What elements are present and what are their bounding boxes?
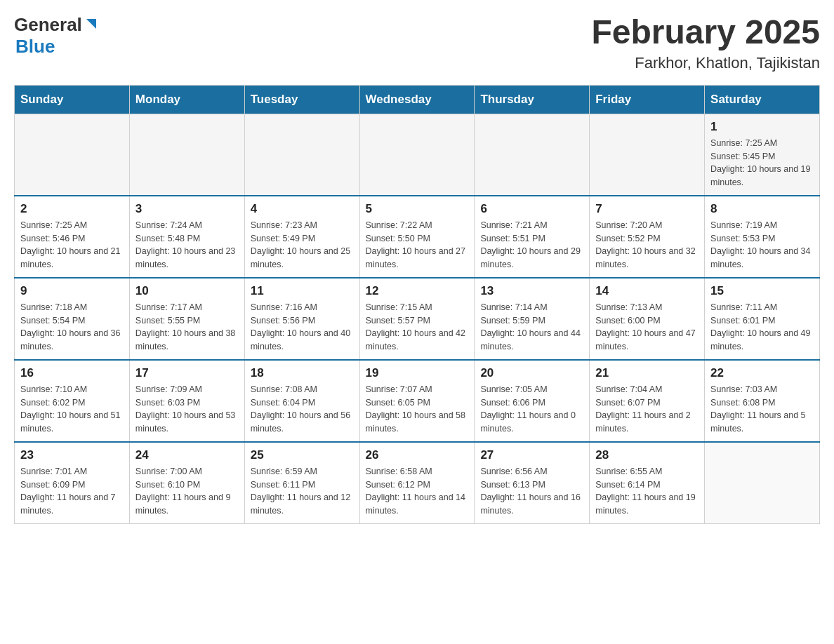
col-wednesday: Wednesday — [359, 85, 475, 114]
cell-sun-info: Sunrise: 7:17 AMSunset: 5:55 PMDaylight:… — [135, 301, 239, 354]
cell-sun-info: Sunrise: 7:04 AMSunset: 6:07 PMDaylight:… — [595, 383, 699, 436]
calendar-cell: 21Sunrise: 7:04 AMSunset: 6:07 PMDayligh… — [590, 360, 705, 442]
col-tuesday: Tuesday — [244, 85, 359, 114]
cell-sun-info: Sunrise: 7:15 AMSunset: 5:57 PMDaylight:… — [366, 301, 469, 354]
cell-day-number: 27 — [480, 448, 583, 462]
cell-sun-info: Sunrise: 7:24 AMSunset: 5:48 PMDaylight:… — [135, 219, 239, 271]
logo-triangle-icon — [84, 16, 99, 32]
cell-sun-info: Sunrise: 6:55 AMSunset: 6:14 PMDaylight:… — [595, 465, 699, 518]
svg-marker-0 — [86, 19, 96, 29]
calendar-table: Sunday Monday Tuesday Wednesday Thursday… — [14, 85, 820, 524]
cell-day-number: 3 — [135, 202, 239, 216]
cell-sun-info: Sunrise: 7:25 AMSunset: 5:46 PMDaylight:… — [20, 219, 124, 271]
cell-day-number: 17 — [135, 366, 239, 380]
calendar-cell: 2Sunrise: 7:25 AMSunset: 5:46 PMDaylight… — [15, 196, 130, 278]
logo-blue-text: Blue — [15, 36, 55, 57]
calendar-cell: 10Sunrise: 7:17 AMSunset: 5:55 PMDayligh… — [129, 278, 244, 360]
calendar-cell: 11Sunrise: 7:16 AMSunset: 5:56 PMDayligh… — [244, 278, 359, 360]
calendar-cell: 1Sunrise: 7:25 AMSunset: 5:45 PMDaylight… — [705, 114, 820, 196]
cell-day-number: 21 — [595, 366, 699, 380]
cell-sun-info: Sunrise: 7:19 AMSunset: 5:53 PMDaylight:… — [710, 219, 814, 271]
cell-day-number: 26 — [366, 448, 469, 462]
cell-day-number: 28 — [595, 448, 699, 462]
col-sunday: Sunday — [15, 85, 130, 114]
calendar-week-3: 9Sunrise: 7:18 AMSunset: 5:54 PMDaylight… — [15, 278, 820, 360]
cell-day-number: 11 — [251, 284, 354, 298]
calendar-cell: 18Sunrise: 7:08 AMSunset: 6:04 PMDayligh… — [244, 360, 359, 442]
col-friday: Friday — [590, 85, 705, 114]
cell-day-number: 10 — [135, 284, 239, 298]
calendar-cell: 15Sunrise: 7:11 AMSunset: 6:01 PMDayligh… — [705, 278, 820, 360]
col-monday: Monday — [129, 85, 244, 114]
calendar-cell: 13Sunrise: 7:14 AMSunset: 5:59 PMDayligh… — [475, 278, 590, 360]
cell-sun-info: Sunrise: 7:11 AMSunset: 6:01 PMDaylight:… — [710, 301, 814, 354]
cell-sun-info: Sunrise: 7:14 AMSunset: 5:59 PMDaylight:… — [480, 301, 583, 354]
logo-general-text: General — [14, 14, 82, 36]
calendar-week-2: 2Sunrise: 7:25 AMSunset: 5:46 PMDaylight… — [15, 196, 820, 278]
cell-sun-info: Sunrise: 7:25 AMSunset: 5:45 PMDaylight:… — [710, 137, 814, 189]
calendar-cell: 17Sunrise: 7:09 AMSunset: 6:03 PMDayligh… — [129, 360, 244, 442]
col-thursday: Thursday — [475, 85, 590, 114]
cell-day-number: 23 — [20, 448, 124, 462]
cell-sun-info: Sunrise: 7:01 AMSunset: 6:09 PMDaylight:… — [20, 465, 124, 518]
cell-day-number: 25 — [251, 448, 354, 462]
calendar-cell — [359, 114, 475, 196]
cell-sun-info: Sunrise: 7:03 AMSunset: 6:08 PMDaylight:… — [710, 383, 814, 436]
cell-day-number: 8 — [710, 202, 814, 216]
calendar-cell: 3Sunrise: 7:24 AMSunset: 5:48 PMDaylight… — [129, 196, 244, 278]
cell-sun-info: Sunrise: 7:08 AMSunset: 6:04 PMDaylight:… — [251, 383, 354, 436]
calendar-cell: 6Sunrise: 7:21 AMSunset: 5:51 PMDaylight… — [475, 196, 590, 278]
cell-sun-info: Sunrise: 7:10 AMSunset: 6:02 PMDaylight:… — [20, 383, 124, 436]
calendar-cell: 25Sunrise: 6:59 AMSunset: 6:11 PMDayligh… — [244, 442, 359, 524]
cell-sun-info: Sunrise: 7:20 AMSunset: 5:52 PMDaylight:… — [595, 219, 699, 271]
cell-day-number: 2 — [20, 202, 124, 216]
cell-sun-info: Sunrise: 7:09 AMSunset: 6:03 PMDaylight:… — [135, 383, 239, 436]
cell-sun-info: Sunrise: 7:07 AMSunset: 6:05 PMDaylight:… — [366, 383, 469, 436]
calendar-cell — [15, 114, 130, 196]
cell-day-number: 13 — [480, 284, 583, 298]
cell-day-number: 7 — [595, 202, 699, 216]
cell-day-number: 19 — [366, 366, 469, 380]
calendar-cell: 24Sunrise: 7:00 AMSunset: 6:10 PMDayligh… — [129, 442, 244, 524]
cell-day-number: 9 — [20, 284, 124, 298]
cell-sun-info: Sunrise: 7:23 AMSunset: 5:49 PMDaylight:… — [251, 219, 354, 271]
cell-day-number: 16 — [20, 366, 124, 380]
cell-sun-info: Sunrise: 7:22 AMSunset: 5:50 PMDaylight:… — [366, 219, 469, 271]
cell-day-number: 12 — [366, 284, 469, 298]
cell-sun-info: Sunrise: 7:00 AMSunset: 6:10 PMDaylight:… — [135, 465, 239, 518]
calendar-cell: 5Sunrise: 7:22 AMSunset: 5:50 PMDaylight… — [359, 196, 475, 278]
cell-sun-info: Sunrise: 7:13 AMSunset: 6:00 PMDaylight:… — [595, 301, 699, 354]
calendar-cell: 14Sunrise: 7:13 AMSunset: 6:00 PMDayligh… — [590, 278, 705, 360]
cell-day-number: 6 — [480, 202, 583, 216]
calendar-cell — [590, 114, 705, 196]
col-saturday: Saturday — [705, 85, 820, 114]
calendar-cell: 9Sunrise: 7:18 AMSunset: 5:54 PMDaylight… — [15, 278, 130, 360]
calendar-cell — [129, 114, 244, 196]
calendar-cell: 16Sunrise: 7:10 AMSunset: 6:02 PMDayligh… — [15, 360, 130, 442]
cell-day-number: 24 — [135, 448, 239, 462]
cell-day-number: 15 — [710, 284, 814, 298]
logo: General Blue — [14, 14, 99, 58]
cell-sun-info: Sunrise: 7:16 AMSunset: 5:56 PMDaylight:… — [251, 301, 354, 354]
calendar-cell — [705, 442, 820, 524]
cell-sun-info: Sunrise: 7:21 AMSunset: 5:51 PMDaylight:… — [480, 219, 583, 271]
calendar-cell — [475, 114, 590, 196]
calendar-cell — [244, 114, 359, 196]
calendar-cell: 8Sunrise: 7:19 AMSunset: 5:53 PMDaylight… — [705, 196, 820, 278]
calendar-cell: 20Sunrise: 7:05 AMSunset: 6:06 PMDayligh… — [475, 360, 590, 442]
calendar-cell: 27Sunrise: 6:56 AMSunset: 6:13 PMDayligh… — [475, 442, 590, 524]
cell-day-number: 1 — [710, 120, 814, 134]
calendar-week-1: 1Sunrise: 7:25 AMSunset: 5:45 PMDaylight… — [15, 114, 820, 196]
page-subtitle: Farkhor, Khatlon, Tajikistan — [591, 54, 820, 72]
page-header: General Blue February 2025 Farkhor, Khat… — [14, 14, 820, 72]
cell-day-number: 4 — [251, 202, 354, 216]
calendar-week-4: 16Sunrise: 7:10 AMSunset: 6:02 PMDayligh… — [15, 360, 820, 442]
calendar-cell: 12Sunrise: 7:15 AMSunset: 5:57 PMDayligh… — [359, 278, 475, 360]
cell-sun-info: Sunrise: 7:18 AMSunset: 5:54 PMDaylight:… — [20, 301, 124, 354]
calendar-cell: 7Sunrise: 7:20 AMSunset: 5:52 PMDaylight… — [590, 196, 705, 278]
calendar-cell: 23Sunrise: 7:01 AMSunset: 6:09 PMDayligh… — [15, 442, 130, 524]
cell-day-number: 22 — [710, 366, 814, 380]
page-title: February 2025 — [591, 14, 820, 51]
calendar-cell: 19Sunrise: 7:07 AMSunset: 6:05 PMDayligh… — [359, 360, 475, 442]
cell-day-number: 14 — [595, 284, 699, 298]
